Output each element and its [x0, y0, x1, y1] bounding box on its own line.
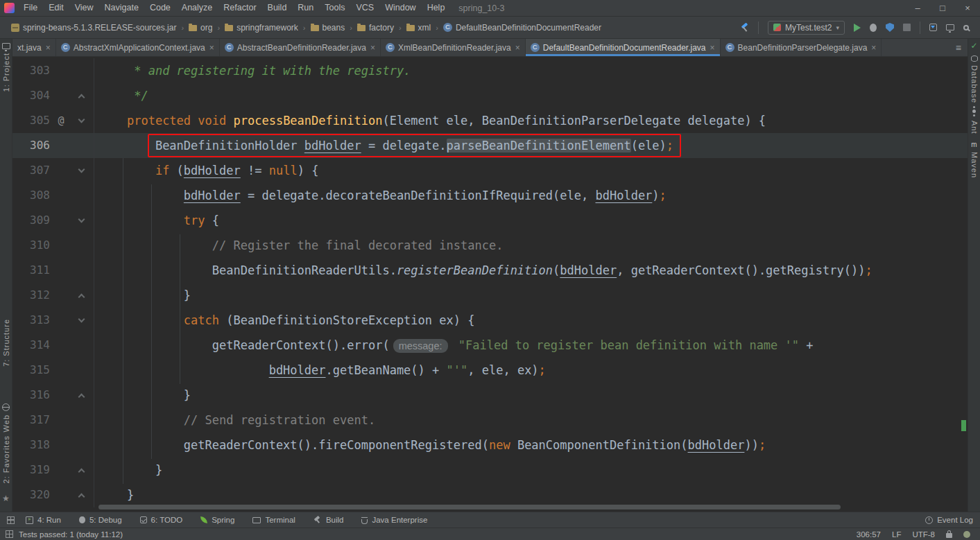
- toolwindow-terminal[interactable]: Terminal: [252, 516, 295, 524]
- menu-navigate[interactable]: Navigate: [99, 0, 144, 16]
- build-project-icon[interactable]: [740, 23, 749, 32]
- code-line[interactable]: 307 if (bdHolder != null) {: [12, 158, 968, 183]
- code-line[interactable]: 306 BeanDefinitionHolder bdHolder = dele…: [12, 133, 968, 158]
- code-line[interactable]: 303 * and registering it with the regist…: [12, 58, 968, 83]
- code-line[interactable]: 319 }: [12, 458, 968, 482]
- menu-code[interactable]: Code: [144, 0, 176, 16]
- code-line[interactable]: 304 */: [12, 83, 968, 108]
- menu-help[interactable]: Help: [422, 0, 451, 16]
- code-line[interactable]: 311 BeanDefinitionReaderUtils.registerBe…: [12, 258, 968, 283]
- maximize-button[interactable]: □: [930, 0, 955, 16]
- debug-button[interactable]: [870, 24, 877, 32]
- readonly-lock-icon[interactable]: [946, 533, 952, 538]
- coverage-button[interactable]: [886, 23, 894, 32]
- fold-down-icon[interactable]: [72, 208, 90, 233]
- runwin-icon: [26, 516, 33, 524]
- code-line[interactable]: 309 try {: [12, 208, 968, 233]
- fold-up-icon[interactable]: [72, 283, 90, 308]
- breadcrumb-item[interactable]: org: [187, 23, 214, 33]
- fold-up-icon[interactable]: [72, 458, 90, 482]
- close-button[interactable]: ×: [955, 0, 980, 16]
- menu-refactor[interactable]: Refactor: [218, 0, 261, 16]
- tool-stripe-ant[interactable]: Ant: [968, 105, 980, 134]
- breadcrumb-item[interactable]: xml: [405, 23, 433, 33]
- close-tab-icon[interactable]: ×: [710, 43, 715, 53]
- close-tab-icon[interactable]: ×: [871, 43, 876, 53]
- menu-view[interactable]: View: [69, 0, 99, 16]
- run-config-selector[interactable]: MyTest.test2 ▾: [768, 21, 845, 35]
- code-line[interactable]: 316 }: [12, 383, 968, 408]
- code-line[interactable]: 305@ protected void processBeanDefinitio…: [12, 108, 968, 133]
- toolwindow-debug[interactable]: 5: Debug: [79, 516, 122, 524]
- fold-down-icon[interactable]: [72, 158, 90, 183]
- menu-file[interactable]: File: [18, 0, 43, 16]
- code-line[interactable]: 310 // Register the final decorated inst…: [12, 233, 968, 258]
- tool-stripe-database[interactable]: Database: [968, 55, 980, 103]
- favorites-star-icon[interactable]: ★: [0, 494, 12, 503]
- statusbar-grid-icon[interactable]: [6, 530, 13, 538]
- toolwindow-run[interactable]: 4: Run: [26, 516, 61, 524]
- tool-stripe-favorites[interactable]: 2: Favorites: [0, 435, 12, 483]
- editor-tab[interactable]: CAbstractBeanDefinitionReader.java×: [220, 39, 381, 56]
- tool-stripe-structure[interactable]: 7: Structure: [0, 319, 12, 367]
- run-button[interactable]: [854, 24, 861, 32]
- menu-analyze[interactable]: Analyze: [176, 0, 218, 16]
- stop-button[interactable]: [903, 24, 911, 31]
- close-tab-icon[interactable]: ×: [46, 43, 51, 53]
- hector-inspection-icon[interactable]: [963, 531, 970, 538]
- tool-stripe-web[interactable]: Web: [0, 403, 12, 432]
- tool-stripe-project[interactable]: 1: Project: [0, 43, 12, 92]
- editor-tab[interactable]: CBeanDefinitionParserDelegate.java×: [721, 39, 882, 56]
- tool-stripe-maven[interactable]: mMaven: [968, 141, 980, 178]
- search-everywhere-icon[interactable]: [963, 25, 969, 31]
- breadcrumb-item[interactable]: beans: [309, 23, 347, 33]
- minimize-button[interactable]: –: [905, 0, 930, 16]
- scrollbar-green-marker[interactable]: [961, 420, 966, 431]
- fold-up-icon[interactable]: [72, 83, 90, 108]
- breadcrumb-item[interactable]: CDefaultBeanDefinitionDocumentReader: [442, 23, 603, 33]
- menu-run[interactable]: Run: [292, 0, 319, 16]
- menu-tools[interactable]: Tools: [319, 0, 350, 16]
- line-number: 306: [21, 133, 50, 158]
- code-line[interactable]: 317 // Send registration event.: [12, 408, 968, 433]
- editor-tab[interactable]: CDefaultBeanDefinitionDocumentReader.jav…: [526, 39, 721, 56]
- fold-up-icon[interactable]: [72, 482, 90, 507]
- editor-tab[interactable]: CAbstractXmlApplicationContext.java×: [56, 39, 220, 56]
- menu-edit[interactable]: Edit: [43, 0, 69, 16]
- code-line[interactable]: 315 bdHolder.getBeanName() + "'", ele, e…: [12, 358, 968, 383]
- horizontal-scrollbar[interactable]: [98, 505, 841, 509]
- editor-tab[interactable]: CXmlBeanDefinitionReader.java×: [381, 39, 526, 56]
- encoding-indicator[interactable]: UTF-8: [912, 530, 935, 539]
- breadcrumb-item[interactable]: springframework: [223, 23, 300, 33]
- menu-vcs[interactable]: VCS: [350, 0, 379, 16]
- close-tab-icon[interactable]: ×: [209, 43, 214, 53]
- line-ending-indicator[interactable]: LF: [892, 530, 901, 539]
- editor-tab[interactable]: xt.java×: [12, 39, 56, 56]
- code-line[interactable]: 314 getReaderContext().error(message: "F…: [12, 333, 968, 358]
- code-line[interactable]: 308 bdHolder = delegate.decorateBeanDefi…: [12, 183, 968, 208]
- fold-down-icon[interactable]: [72, 308, 90, 333]
- toolwindow-build[interactable]: Build: [313, 516, 344, 524]
- code-line[interactable]: 313 catch (BeanDefinitionStoreException …: [12, 308, 968, 333]
- menu-window[interactable]: Window: [379, 0, 421, 16]
- code-line[interactable]: 318 getReaderContext().fireComponentRegi…: [12, 433, 968, 458]
- tabs-list-icon[interactable]: ≡: [949, 39, 968, 56]
- tool-windows-icon[interactable]: [7, 516, 15, 524]
- close-tab-icon[interactable]: ×: [370, 43, 375, 53]
- update-project-icon[interactable]: [929, 24, 937, 31]
- breadcrumb-item[interactable]: factory: [356, 23, 395, 33]
- fold-down-icon[interactable]: [72, 108, 90, 133]
- restore-layout-icon[interactable]: [946, 24, 954, 31]
- menu-build[interactable]: Build: [262, 0, 293, 16]
- breadcrumb-item[interactable]: spring-beans-5.1.3.RELEASE-sources.jar: [10, 23, 178, 33]
- toolwindow-todo[interactable]: 6: TODO: [140, 516, 183, 524]
- code-line[interactable]: 312 }: [12, 283, 968, 308]
- close-tab-icon[interactable]: ×: [515, 43, 520, 53]
- toolwindow-spring[interactable]: Spring: [200, 516, 234, 524]
- caret-position[interactable]: 306:57: [857, 530, 881, 539]
- code-editor[interactable]: 303 * and registering it with the regist…: [12, 57, 968, 512]
- toolwindow-javaee[interactable]: Java Enterprise: [361, 516, 427, 524]
- fold-up-icon[interactable]: [72, 383, 90, 408]
- code-line[interactable]: 320 }: [12, 482, 968, 507]
- toolwindow-event-log[interactable]: Event Log: [925, 516, 973, 524]
